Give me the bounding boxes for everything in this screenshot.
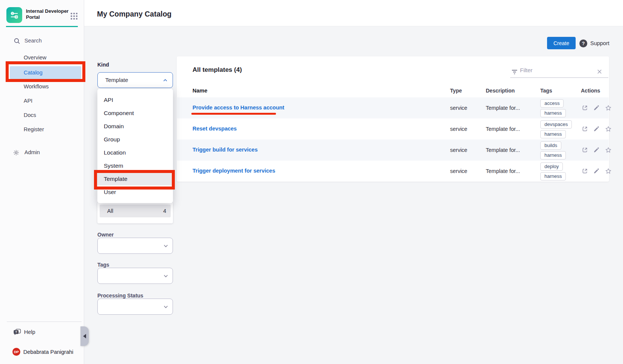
column-tags: Tags (540, 88, 552, 94)
table-filter (510, 66, 608, 78)
template-link[interactable]: Provide access to Harness account (193, 105, 284, 111)
nav-label: Docs (24, 112, 36, 118)
sidebar-item-overview[interactable]: Overview (10, 51, 81, 64)
sidebar-item-register[interactable]: Register (10, 123, 81, 136)
kind-option-user[interactable]: User (97, 185, 173, 199)
clear-filter-icon[interactable] (597, 69, 602, 74)
open-external-icon[interactable] (582, 147, 588, 153)
logo-title: Internal Developer Portal (26, 8, 68, 20)
kind-option-domain[interactable]: Domain (97, 120, 173, 133)
kind-option-template[interactable]: Template (97, 172, 173, 185)
sidebar-item-docs[interactable]: Docs (10, 109, 81, 121)
template-link[interactable]: Reset devspaces (193, 126, 237, 132)
row-type: service (450, 105, 467, 111)
sidebar-divider (7, 322, 82, 322)
filter-icon (511, 68, 518, 76)
edit-pencil-icon[interactable] (593, 105, 600, 111)
open-external-icon[interactable] (582, 126, 588, 132)
sidebar-item-admin[interactable]: Admin (0, 146, 84, 159)
tag-chip: deploy (540, 162, 563, 171)
star-icon[interactable] (605, 105, 612, 111)
help-chat-icon: ? (13, 328, 21, 336)
tag-chip: harness (540, 130, 566, 138)
svg-text:?: ? (15, 330, 17, 334)
nav-label: Register (24, 126, 44, 132)
user-profile[interactable]: DP Debabrata Panigrahi (0, 347, 84, 357)
row-description: Template for... (486, 147, 520, 153)
nav-label: Workflows (24, 83, 49, 89)
logo-row: Internal Developer Portal (6, 7, 79, 24)
sidebar-item-workflows[interactable]: Workflows (10, 80, 81, 93)
row-actions (582, 168, 612, 174)
sidebar-search[interactable]: Search (0, 35, 84, 47)
edit-pencil-icon[interactable] (593, 126, 600, 132)
row-actions (582, 147, 612, 153)
facet-all-count: 4 (163, 208, 166, 214)
row-actions (582, 126, 612, 132)
owner-label: Owner (97, 232, 114, 238)
tags-select[interactable] (97, 268, 173, 284)
app-root: Internal Developer Portal Search Overvie… (0, 0, 623, 364)
create-button[interactable]: Create (547, 37, 576, 49)
table-row: Reset devspaces service Template for... … (177, 118, 609, 140)
column-actions: Actions (581, 88, 600, 94)
row-actions (582, 105, 612, 111)
kind-facet-card: All 4 (97, 202, 173, 223)
sidebar-collapse-handle[interactable] (80, 326, 89, 346)
support-button[interactable]: ? Support (579, 39, 609, 48)
row-type: service (450, 126, 467, 132)
kind-option-api[interactable]: API (97, 93, 173, 106)
column-description: Description (486, 88, 515, 94)
kind-select-value: Template (105, 77, 128, 83)
tag-chip: harness (540, 151, 566, 159)
chevron-left-icon (83, 334, 86, 338)
search-icon (14, 38, 20, 44)
logo-title-line2: Portal (26, 14, 68, 20)
tag-chip: access (540, 99, 564, 108)
chevron-down-icon (163, 243, 169, 249)
chevron-down-icon (163, 304, 169, 310)
apps-grid-icon[interactable] (70, 11, 78, 21)
open-external-icon[interactable] (582, 105, 588, 111)
star-icon[interactable] (605, 168, 612, 174)
owner-select[interactable] (97, 238, 173, 254)
gear-icon (13, 149, 20, 156)
sidebar-item-api[interactable]: API (10, 94, 81, 107)
row-description: Template for... (486, 126, 520, 132)
logo-title-line1: Internal Developer (26, 8, 68, 14)
page-title: My Company Catalog (97, 10, 171, 18)
processing-status-select[interactable] (97, 299, 173, 315)
edit-pencil-icon[interactable] (593, 147, 600, 153)
support-label: Support (590, 40, 609, 46)
tags-label: Tags (97, 262, 109, 268)
edit-pencil-icon[interactable] (593, 168, 600, 174)
user-name: Debabrata Panigrahi (23, 349, 73, 355)
facet-all-label: All (107, 208, 113, 214)
chevron-down-icon (163, 273, 169, 279)
template-link[interactable]: Trigger build for services (193, 147, 258, 153)
sidebar: Internal Developer Portal Search Overvie… (0, 0, 84, 364)
tag-chip: harness (540, 172, 566, 180)
kind-option-group[interactable]: Group (97, 133, 173, 146)
teal-divider (6, 26, 78, 27)
kind-select[interactable]: Template (97, 72, 173, 88)
open-external-icon[interactable] (582, 168, 588, 174)
table-row: Trigger deployment for services service … (177, 161, 609, 182)
table-filter-input[interactable] (520, 67, 595, 73)
question-circle-icon: ? (579, 39, 587, 47)
kind-option-component[interactable]: Component (97, 106, 173, 120)
facet-all[interactable]: All 4 (100, 205, 171, 217)
row-type: service (450, 168, 467, 174)
kind-option-location[interactable]: Location (97, 146, 173, 159)
star-icon[interactable] (605, 147, 612, 153)
kind-option-system[interactable]: System (97, 159, 173, 172)
row-description: Template for... (486, 168, 520, 174)
avatar: DP (12, 348, 20, 356)
sidebar-item-help[interactable]: ? Help (0, 326, 84, 338)
column-type: Type (450, 88, 462, 94)
kind-label: Kind (97, 62, 109, 68)
sidebar-item-catalog[interactable]: Catalog (10, 66, 81, 79)
table-title: All templates (4) (193, 66, 242, 74)
template-link[interactable]: Trigger deployment for services (193, 168, 275, 174)
star-icon[interactable] (605, 126, 612, 132)
